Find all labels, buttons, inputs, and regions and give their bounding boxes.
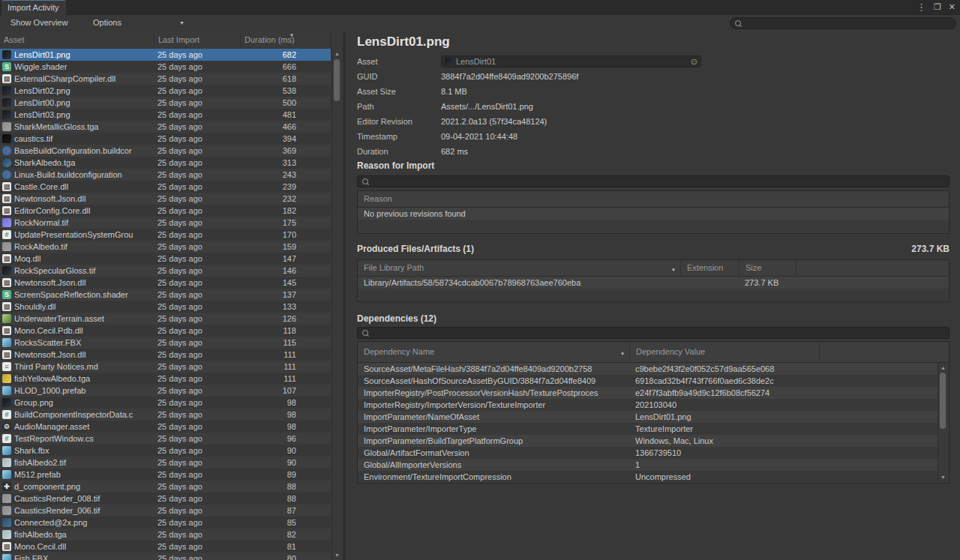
column-header-asset[interactable]: Asset (0, 31, 154, 49)
table-row[interactable]: ImporterRegistry/ImporterVersion/Texture… (358, 399, 938, 411)
column-header-extension[interactable]: Extension (680, 260, 739, 276)
dependency-value-cell: TextureImporter (629, 423, 938, 435)
toolbar-search[interactable] (730, 17, 956, 29)
table-row[interactable]: caustics.tif25 days ago394 (0, 133, 331, 145)
scroll-up-icon[interactable]: ▲ (938, 364, 948, 372)
table-row[interactable]: HLOD_1000.prefab25 days ago107 (0, 385, 331, 397)
duration-cell: 538 (240, 85, 331, 97)
column-header-size[interactable]: Size (739, 260, 796, 276)
column-header-file-library-path[interactable]: File Library Path (358, 260, 680, 276)
table-row[interactable]: RockAlbedo.tif25 days ago159 (0, 241, 331, 253)
table-row[interactable]: LensDirt01.png25 days ago682 (0, 49, 331, 61)
table-row[interactable]: Global/ArtifactFormatVersion1366739510 (358, 447, 938, 459)
asset-name-cell: ≡Third Party Notices.md (0, 361, 154, 373)
table-row[interactable]: ImportParameter/ImporterTypeTextureImpor… (358, 423, 938, 435)
asset-name: BaseBuildConfiguration.buildcor (14, 145, 132, 157)
table-row[interactable]: LensDirt03.png25 days ago481 (0, 109, 331, 121)
scrollbar-thumb[interactable] (940, 373, 946, 429)
table-row[interactable]: ImportParameter/BuildTargetPlatformGroup… (358, 435, 938, 447)
last-import-cell: 25 days ago (154, 301, 240, 313)
table-row[interactable]: #BuildComponentInspectorData.c25 days ag… (0, 409, 331, 421)
table-row[interactable]: ▤EditorConfig.Core.dll25 days ago182 (0, 205, 331, 217)
menu-icon[interactable]: ⋮ (916, 1, 926, 13)
table-row[interactable]: ▤Newtonsoft.Json.dll25 days ago232 (0, 193, 331, 205)
table-row[interactable]: ▤Castle.Core.dll25 days ago239 (0, 181, 331, 193)
dependencies-scrollbar[interactable]: ▲ ▼ (938, 363, 948, 482)
produced-table: File Library Path ▼ Extension Size Libra… (357, 259, 950, 302)
dependencies-search-input[interactable] (372, 328, 944, 337)
table-row[interactable]: ◑BaseBuildConfiguration.buildcor25 days … (0, 145, 331, 157)
table-row[interactable]: ≡Third Party Notices.md25 days ago111 (0, 361, 331, 373)
column-header-dependency-name[interactable]: Dependency Name (358, 342, 629, 362)
table-row[interactable]: RocksScatter.FBX25 days ago115 (0, 337, 331, 349)
table-row[interactable]: ImportParameter/NameOfAssetLensDirt01.pn… (358, 411, 938, 423)
table-row[interactable]: ▤Newtonsoft.Json.dll25 days ago111 (0, 349, 331, 361)
table-row[interactable]: M512.prefab25 days ago89 (0, 469, 331, 481)
table-row[interactable]: Connected@2x.png25 days ago85 (0, 517, 331, 529)
reason-column-header[interactable]: Reason (358, 191, 949, 207)
table-row[interactable]: #TestReportWindow.cs25 days ago96 (0, 433, 331, 445)
column-header-last-import[interactable]: Last Import (154, 31, 240, 49)
table-row[interactable]: ⚙AudioManager.asset25 days ago98 (0, 421, 331, 433)
duration-cell: 500 (240, 97, 331, 109)
produced-row[interactable]: Library/Artifacts/58/58734cdcab0067b7896… (358, 277, 949, 289)
asset-list-scrollbar[interactable]: ▲ ▼ (332, 49, 342, 560)
show-overview-button[interactable]: Show Overview (6, 17, 72, 28)
asset-name: Castle.Core.dll (14, 181, 68, 193)
table-row[interactable]: SScreenSpaceReflection.shader25 days ago… (0, 289, 331, 301)
scrollbar-thumb[interactable] (334, 59, 340, 101)
asset-name-cell: SWiggle.shader (0, 61, 154, 73)
asset-object-field[interactable]: LensDirt01⊙ (441, 55, 701, 67)
column-header-dependency-value[interactable]: Dependency Value (629, 342, 819, 362)
table-row[interactable]: SourceAsset/HashOfSourceAssetByGUID/3884… (358, 375, 938, 387)
table-row[interactable]: ▤Newtonsoft.Json.dll25 days ago145 (0, 277, 331, 289)
dependencies-search[interactable] (357, 327, 950, 339)
table-row[interactable]: ◑Linux-Build.buildconfiguration25 days a… (0, 169, 331, 181)
reason-search[interactable] (357, 175, 950, 187)
scroll-down-icon[interactable]: ▼ (938, 473, 948, 481)
table-row[interactable]: ✚d_component.png25 days ago88 (0, 481, 331, 493)
table-row[interactable]: SWiggle.shader25 days ago666 (0, 61, 331, 73)
column-header-duration[interactable]: Duration (ms) (240, 31, 331, 49)
table-row[interactable]: Group.png25 days ago98 (0, 397, 331, 409)
table-row[interactable]: RockNormal.tif25 days ago175 (0, 217, 331, 229)
table-row[interactable]: RockSpecularGloss.tif25 days ago146 (0, 265, 331, 277)
table-row[interactable]: Global/AllImporterVersions1 (358, 459, 938, 471)
table-row[interactable]: SharkAlbedo.tga25 days ago313 (0, 157, 331, 169)
table-row[interactable]: LensDirt02.png25 days ago538 (0, 85, 331, 97)
table-row[interactable]: CausticsRender_008.tif25 days ago88 (0, 493, 331, 505)
maximize-icon[interactable]: ❐ (934, 1, 941, 13)
table-row[interactable]: fishAlbedo2.tif25 days ago90 (0, 457, 331, 469)
table-row[interactable]: UnderwaterTerrain.asset25 days ago126 (0, 313, 331, 325)
table-row[interactable]: Environment/TextureImportCompressionUnco… (358, 471, 938, 482)
table-row[interactable]: LensDirt00.png25 days ago500 (0, 97, 331, 109)
table-row[interactable]: fishAlbedo.tga25 days ago82 (0, 529, 331, 541)
close-icon[interactable]: ✕ (949, 1, 956, 13)
scroll-down-icon[interactable]: ▼ (332, 551, 342, 559)
table-row[interactable]: Shark.fbx25 days ago90 (0, 445, 331, 457)
options-dropdown[interactable]: Options ▼ (88, 17, 189, 28)
table-row[interactable]: ▤Mono.Cecil.Pdb.dll25 days ago118 (0, 325, 331, 337)
table-row[interactable]: ▤Moq.dll25 days ago147 (0, 253, 331, 265)
table-row[interactable]: SharkMetallicGloss.tga25 days ago466 (0, 121, 331, 133)
asset-name: Group.png (14, 397, 53, 409)
table-row[interactable]: CausticsRender_006.tif25 days ago87 (0, 505, 331, 517)
object-picker-icon[interactable]: ⊙ (691, 56, 698, 67)
table-row[interactable]: ▤Shouldly.dll25 days ago133 (0, 301, 331, 313)
scroll-up-icon[interactable]: ▲ (332, 49, 342, 58)
script-icon: # (2, 230, 11, 239)
table-row[interactable]: ImporterRegistry/PostProcessorVersionHas… (358, 387, 938, 399)
table-row[interactable]: ▤ExternalCSharpCompiler.dll25 days ago61… (0, 73, 331, 85)
last-import-cell: 25 days ago (154, 469, 240, 481)
table-row[interactable]: SourceAsset/MetaFileHash/3884f7a2d04ffe8… (358, 363, 938, 375)
table-row[interactable]: Fish.FBX25 days ago80 (0, 553, 331, 560)
script-icon: # (2, 410, 11, 419)
table-row[interactable]: #UpdatePresentationSystemGrou25 days ago… (0, 229, 331, 241)
table-row[interactable]: ▤Mono.Cecil.dll25 days ago81 (0, 541, 331, 553)
tex-black-icon (2, 134, 11, 143)
toolbar-search-input[interactable] (745, 19, 951, 28)
reason-row[interactable]: No previous revisions found (358, 208, 949, 220)
table-row[interactable]: fishYellowAlbedo.tga25 days ago111 (0, 373, 331, 385)
reason-search-input[interactable] (372, 177, 944, 186)
last-import-cell: 25 days ago (154, 385, 240, 397)
